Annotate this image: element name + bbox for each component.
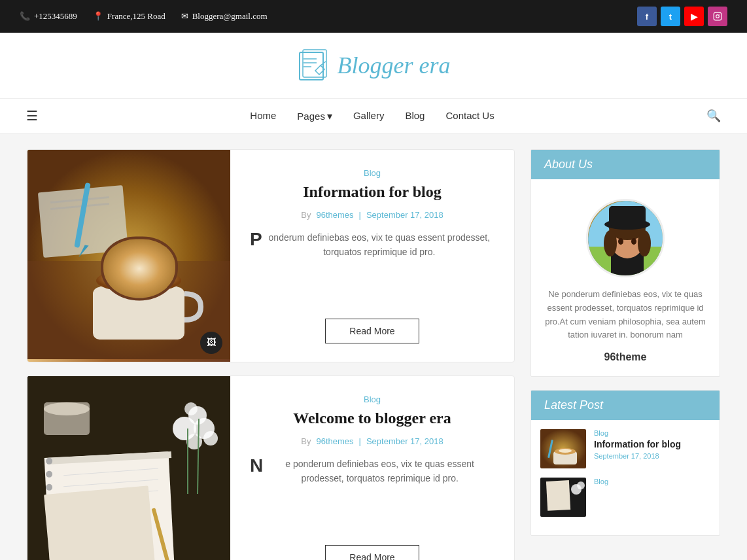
latest-post-item-2: Blog — [540, 478, 710, 517]
excerpt-text-2: e ponderum definiebas eos, vix te quas e… — [285, 459, 474, 483]
svg-rect-30 — [44, 451, 175, 560]
svg-line-38 — [63, 491, 158, 498]
svg-point-26 — [184, 402, 198, 415]
post-title-2: Welcome to blogger era — [293, 410, 451, 427]
nav-item-contact[interactable]: Contact Us — [445, 110, 494, 122]
latest-post-info-2: Blog — [594, 478, 710, 488]
nav-links: Home Pages ▾ Gallery Blog Contact Us — [250, 110, 494, 122]
email-icon: ✉ — [181, 11, 188, 22]
post-date-2: September 17, 2018 — [366, 436, 443, 446]
nav-link-blog[interactable]: Blog — [405, 110, 425, 121]
meta-separator-2: | — [359, 436, 361, 446]
phone-number: +125345689 — [34, 11, 77, 22]
about-avatar — [586, 199, 665, 277]
nav-item-home[interactable]: Home — [250, 110, 276, 122]
svg-point-52 — [631, 238, 636, 245]
excerpt-text: onderum definiebas eos, vix te quas esse… — [269, 232, 491, 257]
nav-link-gallery[interactable]: Gallery — [353, 110, 385, 121]
location-icon: 📍 — [93, 11, 103, 22]
svg-point-13 — [96, 269, 181, 292]
post-excerpt-2: N e ponderum definiebas eos, vix te quas… — [250, 457, 495, 486]
nav-link-contact[interactable]: Contact Us — [445, 110, 494, 121]
latest-thumb-1 — [540, 429, 586, 468]
svg-point-51 — [618, 238, 623, 245]
post-card-2: Blog Welcome to blogger era By 96themes … — [27, 376, 515, 560]
post-by-label: By — [301, 210, 311, 220]
post-category-2: Blog — [364, 394, 381, 404]
hamburger-menu[interactable]: ☰ — [26, 108, 38, 124]
about-description: Ne ponderum definiebas eos, vix te quas … — [544, 288, 706, 342]
post-body-2: Blog Welcome to blogger era By 96themes … — [230, 376, 514, 560]
latest-post-item-1: Blog Information for blog September 17, … — [540, 429, 710, 468]
post-author-2: 96themes — [316, 436, 353, 446]
about-widget-title: About Us — [531, 150, 720, 179]
latest-category-1: Blog — [594, 429, 710, 437]
post-meta: By 96themes | September 17, 2018 — [301, 210, 443, 220]
post-date: September 17, 2018 — [366, 210, 443, 220]
chevron-down-icon: ▾ — [327, 110, 332, 122]
read-more-button[interactable]: Read More — [325, 319, 419, 343]
latest-post-title: Latest Post — [531, 391, 720, 420]
svg-rect-0 — [714, 12, 721, 20]
topbar: 📞 +125345689 📍 France,125 Road ✉ Blogger… — [0, 0, 747, 33]
nav-item-blog[interactable]: Blog — [405, 110, 425, 122]
post-category: Blog — [364, 168, 381, 178]
latest-category-2: Blog — [594, 478, 710, 485]
drop-cap-2: N — [250, 457, 263, 475]
latest-post-title-1: Information for blog — [594, 439, 710, 449]
posts-column: 🖼 Blog Information for blog By 96themes … — [27, 149, 515, 560]
read-more-button-2[interactable]: Read More — [325, 545, 419, 560]
search-icon[interactable]: 🔍 — [706, 109, 721, 123]
post-card: 🖼 Blog Information for blog By 96themes … — [27, 149, 515, 362]
latest-post-info-1: Blog Information for blog September 17, … — [594, 429, 710, 460]
svg-point-59 — [559, 449, 572, 453]
sidebar: About Us — [530, 149, 720, 560]
about-name: 96theme — [544, 351, 706, 363]
svg-point-64 — [577, 481, 585, 489]
image-icon: 🖼 — [200, 332, 222, 354]
instagram-button[interactable] — [708, 7, 727, 26]
post-excerpt: P onderum definiebas eos, vix te quas es… — [250, 230, 495, 260]
svg-point-14 — [113, 273, 165, 289]
post-by-label-2: By — [301, 436, 311, 446]
site-title: Blogger era — [338, 52, 451, 79]
svg-point-2 — [720, 14, 720, 14]
facebook-button[interactable]: f — [637, 7, 657, 26]
email-text: Bloggera@gmail.com — [192, 11, 268, 22]
logo-icon — [297, 48, 331, 82]
post-image-coffee: 🖼 — [27, 150, 230, 362]
svg-point-54 — [638, 230, 651, 256]
svg-point-35 — [46, 497, 53, 504]
drop-cap: P — [250, 230, 262, 249]
logo-area: Blogger era — [297, 48, 451, 82]
nav-link-home[interactable]: Home — [250, 110, 276, 121]
svg-rect-12 — [93, 287, 184, 340]
nav-item-gallery[interactable]: Gallery — [353, 110, 385, 122]
navbar: ☰ Home Pages ▾ Gallery Blog Contact Us 🔍 — [0, 98, 747, 133]
phone-item: 📞 +125345689 — [20, 11, 77, 22]
latest-post-widget: Latest Post — [530, 390, 720, 536]
svg-point-53 — [604, 230, 617, 256]
post-author: 96themes — [316, 210, 353, 220]
twitter-button[interactable]: t — [661, 7, 680, 26]
svg-rect-50 — [609, 206, 646, 226]
address-item: 📍 France,125 Road — [93, 11, 165, 22]
svg-point-27 — [203, 431, 218, 446]
about-widget-body: Ne ponderum definiebas eos, vix te quas … — [531, 179, 720, 376]
nav-link-pages[interactable]: Pages — [297, 111, 325, 122]
email-item: ✉ Bloggera@gmail.com — [181, 11, 268, 22]
site-header: Blogger era — [0, 33, 747, 98]
post-image-dark — [27, 376, 230, 560]
meta-separator: | — [359, 210, 361, 220]
nav-item-pages[interactable]: Pages ▾ — [297, 110, 332, 122]
post-title: Information for blog — [303, 183, 442, 201]
social-links: f t ▶ — [637, 7, 727, 26]
latest-widget-body: Blog Information for blog September 17, … — [531, 420, 720, 535]
address-text: France,125 Road — [107, 11, 165, 22]
svg-point-1 — [716, 15, 720, 18]
phone-icon: 📞 — [20, 11, 30, 22]
youtube-button[interactable]: ▶ — [684, 7, 704, 26]
post-meta-2: By 96themes | September 17, 2018 — [301, 436, 443, 446]
latest-thumb-2 — [540, 478, 586, 517]
svg-rect-42 — [44, 402, 90, 435]
